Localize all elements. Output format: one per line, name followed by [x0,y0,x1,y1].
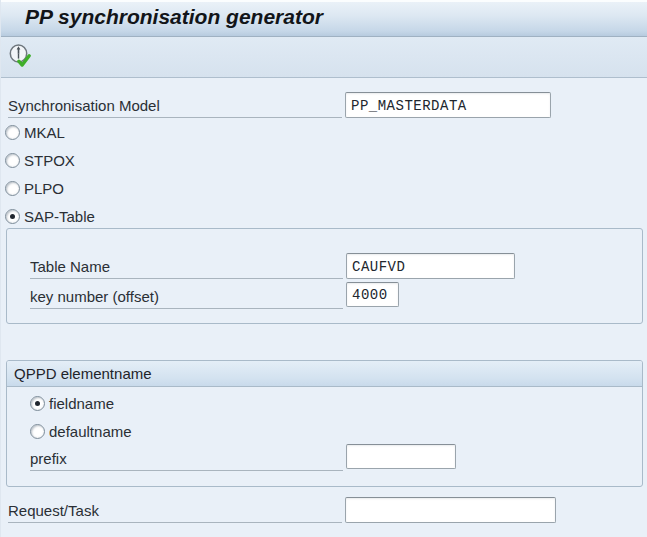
radio-circle [30,424,45,439]
radio-label: fieldname [49,395,114,412]
radio-option-sap-table[interactable]: SAP-Table [5,208,95,225]
sync-model-label: Synchronisation Model [8,97,160,114]
radio-option-defaultname[interactable]: defaultname [30,423,132,440]
table-name-label: Table Name [30,258,110,275]
key-number-input[interactable] [346,282,399,307]
execute-icon [8,43,32,73]
table-name-label-cell: Table Name [30,254,343,279]
prefix-input[interactable] [346,444,456,469]
sap-window: PP synchronisation generator Synchronisa… [0,0,647,537]
radio-circle [5,209,20,224]
prefix-label: prefix [30,450,67,467]
radio-label: defaultname [49,423,132,440]
sap-table-groupbox: Table Name key number (offset) [6,228,643,324]
title-bar: PP synchronisation generator [1,0,647,37]
sync-model-input[interactable] [345,92,551,118]
key-number-label-cell: key number (offset) [30,284,343,309]
radio-circle [5,125,20,140]
radio-circle [5,153,20,168]
application-toolbar [1,37,647,78]
qppd-groupbox-header: QPPD elementname [7,361,642,387]
radio-label: SAP-Table [24,208,95,225]
radio-label: STPOX [24,152,75,169]
request-task-label: Request/Task [8,502,99,519]
table-name-input[interactable] [346,253,515,279]
prefix-label-cell: prefix [30,446,343,471]
page-title: PP synchronisation generator [25,5,323,29]
radio-option-stpox[interactable]: STPOX [5,152,75,169]
radio-option-fieldname[interactable]: fieldname [30,395,114,412]
request-task-label-cell: Request/Task [8,498,342,523]
radio-label: MKAL [24,124,65,141]
execute-button[interactable] [6,44,34,72]
radio-option-plpo[interactable]: PLPO [5,180,64,197]
radio-label: PLPO [24,180,64,197]
qppd-groupbox: QPPD elementname fieldname defaultname p… [6,360,643,487]
radio-option-mkal[interactable]: MKAL [5,124,65,141]
key-number-label: key number (offset) [30,288,159,305]
radio-circle [5,181,20,196]
qppd-groupbox-title: QPPD elementname [14,365,152,382]
sync-model-label-cell: Synchronisation Model [8,93,342,118]
radio-circle [30,396,45,411]
request-task-input[interactable] [345,497,556,523]
